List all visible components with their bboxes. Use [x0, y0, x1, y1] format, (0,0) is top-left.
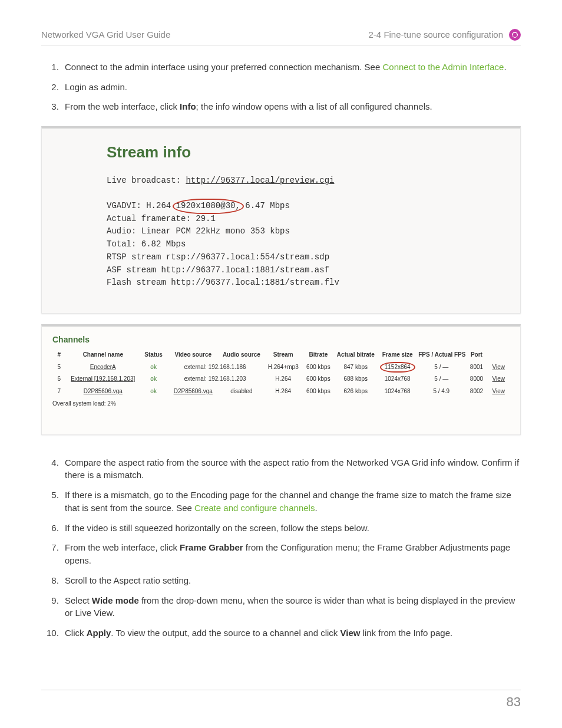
header-left: Networked VGA Grid User Guide [41, 28, 170, 41]
page-number: 83 [507, 693, 521, 711]
step-3: From the web interface, click Info; the … [61, 100, 521, 113]
footer-rule [41, 690, 521, 690]
view-link[interactable]: View [492, 375, 505, 382]
screenshot-stream-info: Stream info Live broadcast: http://96377… [41, 126, 521, 314]
channels-heading: Channels [52, 334, 510, 345]
table-row: 6External [192.168.1.203]okexternal: 192… [52, 373, 510, 386]
header-right: 2-4 Fine-tune source configuration [369, 28, 503, 41]
steps-list-top: Connect to the admin interface using you… [41, 61, 521, 113]
channel-link[interactable]: EncoderA [90, 364, 116, 370]
stream-info-body: Live broadcast: http://96377.local/previ… [107, 174, 504, 289]
channel-link[interactable]: D2P85606.vga [84, 388, 123, 394]
link-create-channels[interactable]: Create and configure channels [194, 503, 315, 513]
step-4: Compare the aspect ratio from the source… [61, 456, 521, 482]
step-10: Click Apply. To view the output, add the… [61, 627, 521, 640]
channel-link[interactable]: External [192.168.1.203] [71, 375, 135, 382]
channels-header-row: # Channel name Status Video source Audio… [52, 349, 510, 361]
view-link[interactable]: View [492, 364, 505, 370]
stream-info-title: Stream info [107, 141, 504, 164]
step-5: If there is a mismatch, go to the Encodi… [61, 489, 521, 515]
live-broadcast-link[interactable]: http://96377.local/preview.cgi [186, 176, 334, 185]
system-load: Overall system load: 2% [52, 400, 510, 409]
step-7: From the web interface, click Frame Grab… [61, 541, 521, 567]
step-1: Connect to the admin interface using you… [61, 61, 521, 74]
step-9: Select Wide mode from the drop-down menu… [61, 594, 521, 620]
step-8: Scroll to the Aspect ratio setting. [61, 574, 521, 587]
link-admin-interface[interactable]: Connect to the Admin Interface [382, 62, 504, 72]
step-2: Login as admin. [61, 81, 521, 94]
page-header: Networked VGA Grid User Guide 2-4 Fine-t… [41, 28, 521, 45]
step-6: If the video is still squeezed horizonta… [61, 522, 521, 535]
table-row: 7D2P85606.vgaokD2P85606.vgadisabledH.264… [52, 386, 510, 398]
screenshot-channels: Channels # Channel name Status Video sou… [41, 324, 521, 435]
channels-table: # Channel name Status Video source Audio… [52, 349, 510, 397]
highlight-frame-size: 1152x864 [384, 363, 412, 372]
view-link[interactable]: View [492, 388, 505, 394]
highlight-resolution: 1920x1080@30, [176, 200, 240, 213]
brand-icon [509, 29, 521, 41]
table-row: 5EncoderAokexternal: 192.168.1.186H.264+… [52, 361, 510, 374]
steps-list-bottom: Compare the aspect ratio from the source… [41, 456, 521, 640]
